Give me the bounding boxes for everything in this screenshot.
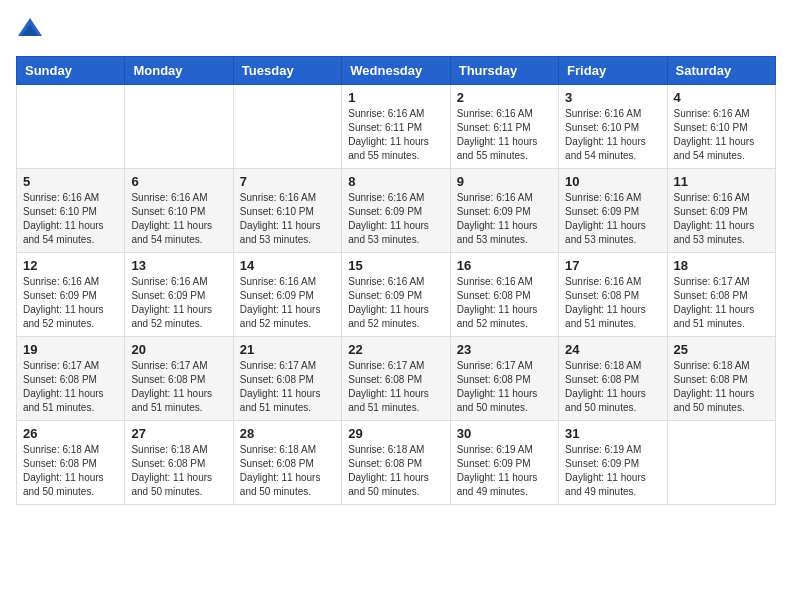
day-info: Sunrise: 6:16 AM Sunset: 6:10 PM Dayligh… bbox=[240, 191, 335, 247]
weekday-header: Wednesday bbox=[342, 57, 450, 85]
weekday-header: Monday bbox=[125, 57, 233, 85]
day-info: Sunrise: 6:16 AM Sunset: 6:10 PM Dayligh… bbox=[131, 191, 226, 247]
calendar-cell: 7Sunrise: 6:16 AM Sunset: 6:10 PM Daylig… bbox=[233, 169, 341, 253]
day-info: Sunrise: 6:16 AM Sunset: 6:09 PM Dayligh… bbox=[23, 275, 118, 331]
day-info: Sunrise: 6:17 AM Sunset: 6:08 PM Dayligh… bbox=[23, 359, 118, 415]
calendar-week-row: 1Sunrise: 6:16 AM Sunset: 6:11 PM Daylig… bbox=[17, 85, 776, 169]
calendar-week-row: 19Sunrise: 6:17 AM Sunset: 6:08 PM Dayli… bbox=[17, 337, 776, 421]
calendar-cell: 15Sunrise: 6:16 AM Sunset: 6:09 PM Dayli… bbox=[342, 253, 450, 337]
day-number: 5 bbox=[23, 174, 118, 189]
calendar-cell: 1Sunrise: 6:16 AM Sunset: 6:11 PM Daylig… bbox=[342, 85, 450, 169]
calendar-cell bbox=[667, 421, 775, 505]
day-info: Sunrise: 6:16 AM Sunset: 6:09 PM Dayligh… bbox=[674, 191, 769, 247]
day-info: Sunrise: 6:16 AM Sunset: 6:09 PM Dayligh… bbox=[131, 275, 226, 331]
calendar-cell: 6Sunrise: 6:16 AM Sunset: 6:10 PM Daylig… bbox=[125, 169, 233, 253]
day-info: Sunrise: 6:16 AM Sunset: 6:09 PM Dayligh… bbox=[348, 191, 443, 247]
calendar-cell: 21Sunrise: 6:17 AM Sunset: 6:08 PM Dayli… bbox=[233, 337, 341, 421]
day-number: 29 bbox=[348, 426, 443, 441]
day-info: Sunrise: 6:18 AM Sunset: 6:08 PM Dayligh… bbox=[674, 359, 769, 415]
day-number: 8 bbox=[348, 174, 443, 189]
calendar-cell: 25Sunrise: 6:18 AM Sunset: 6:08 PM Dayli… bbox=[667, 337, 775, 421]
calendar-cell: 31Sunrise: 6:19 AM Sunset: 6:09 PM Dayli… bbox=[559, 421, 667, 505]
calendar-cell: 19Sunrise: 6:17 AM Sunset: 6:08 PM Dayli… bbox=[17, 337, 125, 421]
day-info: Sunrise: 6:16 AM Sunset: 6:08 PM Dayligh… bbox=[565, 275, 660, 331]
day-number: 7 bbox=[240, 174, 335, 189]
day-number: 25 bbox=[674, 342, 769, 357]
logo bbox=[16, 16, 48, 44]
day-info: Sunrise: 6:17 AM Sunset: 6:08 PM Dayligh… bbox=[674, 275, 769, 331]
calendar-cell: 5Sunrise: 6:16 AM Sunset: 6:10 PM Daylig… bbox=[17, 169, 125, 253]
calendar-cell: 24Sunrise: 6:18 AM Sunset: 6:08 PM Dayli… bbox=[559, 337, 667, 421]
day-info: Sunrise: 6:18 AM Sunset: 6:08 PM Dayligh… bbox=[23, 443, 118, 499]
calendar-week-row: 5Sunrise: 6:16 AM Sunset: 6:10 PM Daylig… bbox=[17, 169, 776, 253]
calendar-cell: 4Sunrise: 6:16 AM Sunset: 6:10 PM Daylig… bbox=[667, 85, 775, 169]
day-number: 21 bbox=[240, 342, 335, 357]
day-info: Sunrise: 6:19 AM Sunset: 6:09 PM Dayligh… bbox=[565, 443, 660, 499]
weekday-header: Thursday bbox=[450, 57, 558, 85]
calendar-cell: 9Sunrise: 6:16 AM Sunset: 6:09 PM Daylig… bbox=[450, 169, 558, 253]
day-number: 28 bbox=[240, 426, 335, 441]
day-number: 1 bbox=[348, 90, 443, 105]
calendar-cell: 14Sunrise: 6:16 AM Sunset: 6:09 PM Dayli… bbox=[233, 253, 341, 337]
day-number: 23 bbox=[457, 342, 552, 357]
day-info: Sunrise: 6:19 AM Sunset: 6:09 PM Dayligh… bbox=[457, 443, 552, 499]
calendar-cell bbox=[125, 85, 233, 169]
day-number: 6 bbox=[131, 174, 226, 189]
calendar-week-row: 12Sunrise: 6:16 AM Sunset: 6:09 PM Dayli… bbox=[17, 253, 776, 337]
day-number: 16 bbox=[457, 258, 552, 273]
day-info: Sunrise: 6:18 AM Sunset: 6:08 PM Dayligh… bbox=[348, 443, 443, 499]
weekday-header: Friday bbox=[559, 57, 667, 85]
day-info: Sunrise: 6:16 AM Sunset: 6:09 PM Dayligh… bbox=[565, 191, 660, 247]
weekday-header: Sunday bbox=[17, 57, 125, 85]
page-header bbox=[16, 16, 776, 44]
day-number: 14 bbox=[240, 258, 335, 273]
weekday-header: Saturday bbox=[667, 57, 775, 85]
calendar-table: SundayMondayTuesdayWednesdayThursdayFrid… bbox=[16, 56, 776, 505]
day-info: Sunrise: 6:18 AM Sunset: 6:08 PM Dayligh… bbox=[240, 443, 335, 499]
day-number: 10 bbox=[565, 174, 660, 189]
day-number: 11 bbox=[674, 174, 769, 189]
calendar-cell: 16Sunrise: 6:16 AM Sunset: 6:08 PM Dayli… bbox=[450, 253, 558, 337]
calendar-cell bbox=[17, 85, 125, 169]
day-number: 17 bbox=[565, 258, 660, 273]
day-number: 24 bbox=[565, 342, 660, 357]
day-number: 4 bbox=[674, 90, 769, 105]
calendar-cell: 26Sunrise: 6:18 AM Sunset: 6:08 PM Dayli… bbox=[17, 421, 125, 505]
calendar-cell: 11Sunrise: 6:16 AM Sunset: 6:09 PM Dayli… bbox=[667, 169, 775, 253]
logo-icon bbox=[16, 16, 44, 44]
day-number: 26 bbox=[23, 426, 118, 441]
calendar-cell: 18Sunrise: 6:17 AM Sunset: 6:08 PM Dayli… bbox=[667, 253, 775, 337]
day-info: Sunrise: 6:17 AM Sunset: 6:08 PM Dayligh… bbox=[348, 359, 443, 415]
day-info: Sunrise: 6:18 AM Sunset: 6:08 PM Dayligh… bbox=[565, 359, 660, 415]
day-info: Sunrise: 6:16 AM Sunset: 6:09 PM Dayligh… bbox=[240, 275, 335, 331]
day-number: 3 bbox=[565, 90, 660, 105]
calendar-cell: 3Sunrise: 6:16 AM Sunset: 6:10 PM Daylig… bbox=[559, 85, 667, 169]
day-info: Sunrise: 6:16 AM Sunset: 6:10 PM Dayligh… bbox=[674, 107, 769, 163]
day-info: Sunrise: 6:16 AM Sunset: 6:10 PM Dayligh… bbox=[565, 107, 660, 163]
calendar-cell: 22Sunrise: 6:17 AM Sunset: 6:08 PM Dayli… bbox=[342, 337, 450, 421]
day-number: 22 bbox=[348, 342, 443, 357]
day-number: 27 bbox=[131, 426, 226, 441]
calendar-header-row: SundayMondayTuesdayWednesdayThursdayFrid… bbox=[17, 57, 776, 85]
day-info: Sunrise: 6:16 AM Sunset: 6:09 PM Dayligh… bbox=[348, 275, 443, 331]
calendar-cell: 23Sunrise: 6:17 AM Sunset: 6:08 PM Dayli… bbox=[450, 337, 558, 421]
calendar-cell: 29Sunrise: 6:18 AM Sunset: 6:08 PM Dayli… bbox=[342, 421, 450, 505]
calendar-cell: 10Sunrise: 6:16 AM Sunset: 6:09 PM Dayli… bbox=[559, 169, 667, 253]
calendar-cell: 30Sunrise: 6:19 AM Sunset: 6:09 PM Dayli… bbox=[450, 421, 558, 505]
calendar-cell: 2Sunrise: 6:16 AM Sunset: 6:11 PM Daylig… bbox=[450, 85, 558, 169]
day-info: Sunrise: 6:16 AM Sunset: 6:10 PM Dayligh… bbox=[23, 191, 118, 247]
day-info: Sunrise: 6:17 AM Sunset: 6:08 PM Dayligh… bbox=[457, 359, 552, 415]
calendar-cell: 27Sunrise: 6:18 AM Sunset: 6:08 PM Dayli… bbox=[125, 421, 233, 505]
calendar-cell: 8Sunrise: 6:16 AM Sunset: 6:09 PM Daylig… bbox=[342, 169, 450, 253]
day-number: 2 bbox=[457, 90, 552, 105]
day-number: 20 bbox=[131, 342, 226, 357]
day-number: 31 bbox=[565, 426, 660, 441]
weekday-header: Tuesday bbox=[233, 57, 341, 85]
day-number: 15 bbox=[348, 258, 443, 273]
day-info: Sunrise: 6:16 AM Sunset: 6:09 PM Dayligh… bbox=[457, 191, 552, 247]
calendar-cell: 20Sunrise: 6:17 AM Sunset: 6:08 PM Dayli… bbox=[125, 337, 233, 421]
day-info: Sunrise: 6:18 AM Sunset: 6:08 PM Dayligh… bbox=[131, 443, 226, 499]
day-number: 12 bbox=[23, 258, 118, 273]
day-info: Sunrise: 6:16 AM Sunset: 6:11 PM Dayligh… bbox=[457, 107, 552, 163]
calendar-cell: 13Sunrise: 6:16 AM Sunset: 6:09 PM Dayli… bbox=[125, 253, 233, 337]
